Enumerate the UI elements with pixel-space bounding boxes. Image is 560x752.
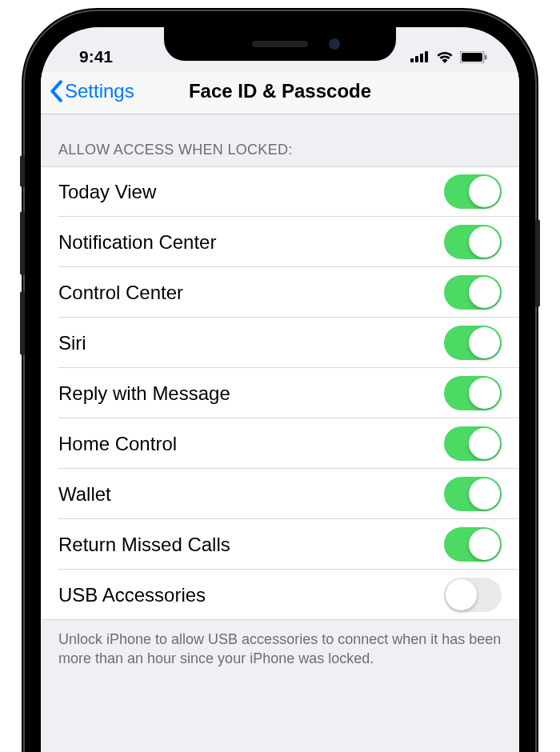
item-label: Notification Center — [58, 231, 216, 254]
list-item: Home Control — [41, 418, 519, 469]
list-item: USB Accessories — [41, 570, 519, 620]
item-label: Wallet — [58, 483, 111, 506]
list-item: Reply with Message — [41, 368, 519, 418]
speaker — [252, 41, 308, 47]
switch-knob — [446, 579, 477, 610]
item-label: USB Accessories — [58, 584, 206, 606]
cellular-icon — [410, 51, 430, 62]
volume-down-button — [20, 291, 25, 355]
switch-knob — [469, 176, 500, 207]
svg-rect-5 — [462, 53, 482, 62]
toggle-switch[interactable] — [444, 225, 502, 259]
switch-knob — [469, 478, 500, 510]
switch-knob — [469, 226, 500, 258]
settings-list: Today ViewNotification CenterControl Cen… — [41, 166, 519, 620]
phone-frame: 9:41 — [25, 11, 535, 752]
item-label: Control Center — [58, 282, 183, 304]
switch-knob — [469, 378, 500, 409]
list-item: Return Missed Calls — [41, 519, 519, 570]
back-button[interactable]: Settings — [49, 80, 134, 102]
side-button — [535, 219, 540, 307]
battery-icon — [460, 51, 487, 63]
toggle-switch[interactable] — [444, 426, 502, 461]
svg-rect-3 — [425, 51, 428, 62]
switch-knob — [469, 277, 500, 308]
item-label: Return Missed Calls — [58, 534, 230, 556]
item-label: Siri — [58, 332, 86, 354]
list-item: Wallet — [41, 469, 519, 519]
screen: 9:41 — [41, 27, 519, 752]
toggle-switch[interactable] — [444, 376, 502, 410]
toggle-switch[interactable] — [444, 275, 502, 310]
item-label: Today View — [58, 181, 156, 203]
list-item: Today View — [41, 166, 519, 217]
section-header: ALLOW ACCESS WHEN LOCKED: — [41, 114, 519, 166]
toggle-switch[interactable] — [444, 527, 502, 562]
back-label: Settings — [65, 80, 134, 102]
toggle-switch[interactable] — [444, 174, 502, 209]
section-footer: Unlock iPhone to allow USB accessories t… — [41, 620, 519, 678]
item-label: Home Control — [58, 433, 177, 455]
wifi-icon — [436, 50, 454, 63]
volume-up-button — [20, 211, 25, 275]
svg-rect-6 — [485, 54, 487, 59]
chevron-left-icon — [49, 80, 63, 102]
list-item: Control Center — [41, 267, 519, 318]
svg-rect-1 — [415, 56, 418, 62]
page-title: Face ID & Passcode — [189, 80, 371, 102]
list-item: Notification Center — [41, 217, 519, 267]
nav-bar: Settings Face ID & Passcode — [41, 72, 519, 114]
switch-knob — [469, 327, 500, 358]
toggle-switch[interactable] — [444, 477, 502, 511]
front-camera — [329, 38, 340, 50]
svg-rect-2 — [420, 54, 423, 62]
status-icons — [410, 50, 487, 63]
item-label: Reply with Message — [58, 382, 230, 405]
mute-switch — [20, 155, 25, 187]
notch — [164, 27, 396, 61]
switch-knob — [469, 428, 500, 459]
svg-rect-0 — [410, 58, 414, 62]
toggle-switch[interactable] — [444, 578, 502, 612]
list-item: Siri — [41, 318, 519, 368]
toggle-switch[interactable] — [444, 326, 502, 360]
status-time: 9:41 — [79, 47, 113, 66]
switch-knob — [469, 529, 500, 560]
